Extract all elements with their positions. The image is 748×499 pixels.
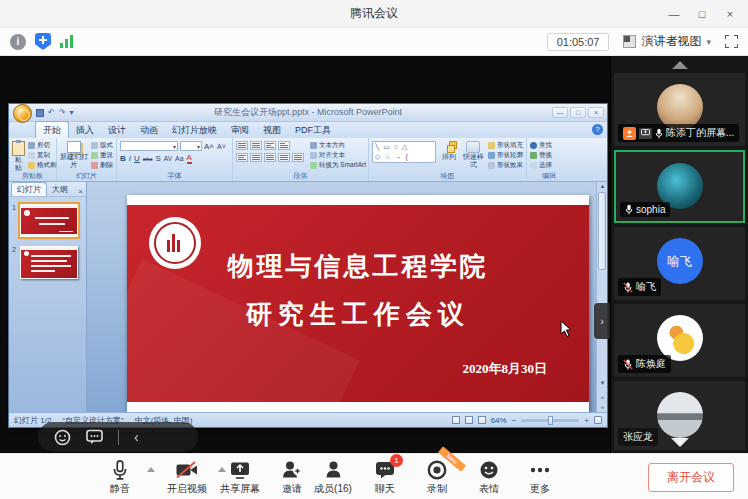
indent-increase-icon[interactable] [278,141,290,150]
grow-shrink-font[interactable]: A˄A˅ [204,142,226,151]
text-direction-button[interactable]: 文本方向 [310,141,366,150]
fullscreen-icon[interactable] [725,35,738,48]
shadow-button[interactable]: S [155,154,160,163]
shapes-gallery[interactable]: ╲ ▭ ○ △ ◇ ☆ → { [372,141,436,163]
zoom-slider[interactable] [521,419,579,422]
mute-options-caret[interactable] [147,467,155,472]
start-video-button[interactable]: 开启视频 [160,459,214,496]
tab-slideshow[interactable]: 幻灯片放映 [165,122,224,138]
view-mode-switcher[interactable]: 演讲者视图 ▾ [623,33,711,50]
leave-meeting-button[interactable]: 离开会议 [648,463,734,492]
members-button[interactable]: 成员(16) [306,459,360,496]
quick-access-toolbar[interactable]: ↶ ↷ ▾ [36,108,73,117]
panel-tab-slides[interactable]: 幻灯片 [11,182,47,196]
participant-tile-active-speaker[interactable]: sophia [614,150,745,223]
scrollbar-down-icon[interactable]: ▼ [598,380,607,386]
chat-bubble-icon[interactable] [86,429,103,445]
undo-icon[interactable]: ↶ [48,108,55,117]
reset-button[interactable]: 重设 [91,151,113,160]
strikethrough-button[interactable]: abc [143,156,153,162]
sidebar-collapse-handle[interactable]: › [594,303,610,339]
qat-caret-icon[interactable]: ▾ [69,108,73,117]
collapse-pill-icon[interactable]: ‹ [134,430,139,444]
office-button[interactable] [13,104,32,123]
meeting-info-icon[interactable]: i [10,34,26,50]
minimize-button[interactable]: — [660,0,688,28]
align-right-icon[interactable] [264,153,276,162]
new-slide-button[interactable]: 新建幻灯片 [60,141,88,172]
slideshow-view-icon[interactable] [478,416,486,424]
reactions-button[interactable]: 表情 [462,459,516,496]
shape-outline-button[interactable]: 形状轮廓 [488,151,523,160]
ppt-minimize-button[interactable]: — [552,107,568,118]
slide-thumbnail-1[interactable]: 1 [12,204,83,237]
scroll-down-icon[interactable] [671,438,689,447]
close-button[interactable]: × [716,0,744,28]
font-name-select[interactable]: ▾ [120,141,178,151]
shape-fill-button[interactable]: 形状填充 [488,141,523,150]
tab-view[interactable]: 视图 [256,122,288,138]
help-icon[interactable]: ? [592,124,603,135]
save-icon[interactable] [36,109,44,117]
delete-button[interactable]: 删除 [91,161,113,170]
quick-styles-button[interactable]: 快速样式 [462,141,485,172]
font-size-select[interactable]: ▾ [180,141,202,151]
layout-button[interactable]: 版式 [91,141,113,150]
cut-button[interactable]: 剪切 [28,141,57,150]
record-button[interactable]: New 录制 [410,459,464,496]
mute-button[interactable]: 静音 [93,459,147,496]
bullets-icon[interactable] [236,141,248,150]
replace-button[interactable]: 替换 [530,151,552,160]
participant-tile[interactable]: 喻飞 喻飞 [614,227,745,300]
numbering-icon[interactable] [250,141,262,150]
change-case-button[interactable]: Aa [175,155,184,162]
tab-review[interactable]: 审阅 [224,122,256,138]
fit-to-window-icon[interactable] [594,416,602,424]
slide-thumbnail-2[interactable]: 2 [12,246,83,279]
bold-button[interactable]: B [120,154,126,163]
security-shield-icon[interactable] [35,33,51,50]
tab-insert[interactable]: 插入 [69,122,101,138]
participant-tile-sharing[interactable]: 陈添丁的屏幕... [614,73,745,146]
tab-home[interactable]: 开始 [35,121,69,138]
find-button[interactable]: 查找 [530,141,552,150]
align-text-button[interactable]: 对齐文本 [310,151,366,160]
normal-view-icon[interactable] [452,416,460,424]
emoji-icon[interactable] [54,429,71,446]
tab-design[interactable]: 设计 [101,122,133,138]
columns-icon[interactable] [292,153,304,162]
tab-pdf-tools[interactable]: PDF工具 [288,122,338,138]
indent-decrease-icon[interactable] [264,141,276,150]
zoom-out-icon[interactable]: − [512,416,517,425]
ppt-maximize-button[interactable]: □ [570,107,586,118]
slide-canvas[interactable]: 物理与信息工程学院 研究生工作会议 2020年8月30日 [127,195,589,412]
convert-smartart-button[interactable]: 转换为 SmartArt [310,161,366,170]
panel-close-icon[interactable]: × [78,187,83,196]
network-signal-icon[interactable] [60,35,73,48]
paste-button[interactable]: 粘贴 [12,141,25,172]
select-button[interactable]: 选择 [530,161,552,170]
redo-icon[interactable]: ↷ [59,108,66,117]
next-slide-button[interactable]: » [598,404,607,410]
font-color-button[interactable]: A [187,153,192,164]
italic-button[interactable]: I [129,154,131,163]
ppt-close-button[interactable]: × [588,107,604,118]
share-screen-button[interactable]: 共享屏幕 [213,459,267,496]
zoom-slider-knob[interactable] [548,416,553,425]
maximize-button[interactable]: □ [688,0,716,28]
more-button[interactable]: 更多 [513,459,567,496]
format-painter-button[interactable]: 格式刷 [28,161,57,170]
align-center-icon[interactable] [250,153,262,162]
slide-editing-area[interactable]: 物理与信息工程学院 研究生工作会议 2020年8月30日 ▲ ▼ « » [87,182,607,412]
copy-button[interactable]: 复制 [28,151,57,160]
shape-effects-button[interactable]: 形状效果 [488,161,523,170]
panel-tab-outline[interactable]: 大纲 [47,183,73,196]
zoom-in-icon[interactable]: + [584,416,589,425]
previous-slide-button[interactable]: « [598,394,607,400]
scroll-up-icon[interactable] [672,61,688,69]
slide-scrollbar[interactable]: ▲ ▼ « » [596,182,607,412]
chat-button[interactable]: 1 聊天 [358,459,412,496]
char-spacing-button[interactable]: AV [164,155,172,162]
scrollbar-up-icon[interactable]: ▲ [598,183,607,189]
align-left-icon[interactable] [236,153,248,162]
